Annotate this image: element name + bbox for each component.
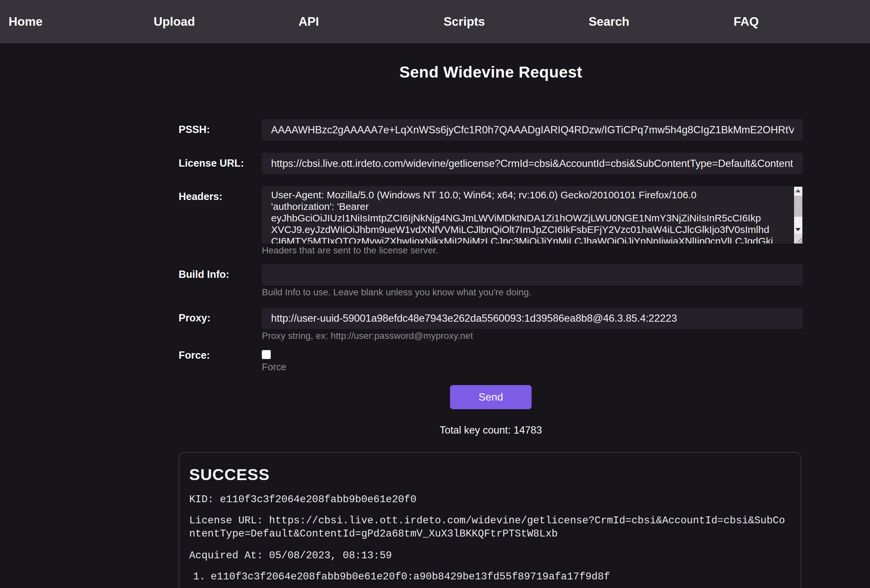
send-row: Send xyxy=(179,385,803,409)
nav-item-faq[interactable]: FAQ xyxy=(725,15,870,29)
build-info-input[interactable] xyxy=(262,264,803,285)
pssh-input[interactable] xyxy=(262,119,803,141)
scrollbar-up-icon[interactable] xyxy=(796,189,801,192)
pssh-row: PSSH: xyxy=(179,119,803,141)
widevine-request-form: PSSH: License URL: Headers: User-Agent: … xyxy=(179,119,803,409)
build-info-label: Build Info: xyxy=(179,264,262,279)
force-label: Force: xyxy=(179,350,262,360)
build-info-row: Build Info: Build Info to use. Leave bla… xyxy=(179,264,803,297)
license-url-input[interactable] xyxy=(262,153,803,174)
total-key-count: Total key count: 14783 xyxy=(179,424,803,436)
page-title: Send Widevine Request xyxy=(179,63,803,82)
nav-item-search[interactable]: Search xyxy=(580,15,725,29)
result-key-item: 1. e110f3c3f2064e208fabb9b0e61e20f0:a90b… xyxy=(193,570,790,584)
force-checkbox[interactable] xyxy=(262,350,271,359)
resize-grip-icon[interactable] xyxy=(794,234,802,244)
result-kid-line: KID: e110f3c3f2064e208fabb9b0e61e20f0 xyxy=(189,493,790,506)
proxy-row: Proxy: Proxy string, ex: http://user:pas… xyxy=(179,307,803,341)
nav-item-scripts[interactable]: Scripts xyxy=(435,15,580,29)
scrollbar-thumb[interactable] xyxy=(794,196,802,217)
pssh-label: PSSH: xyxy=(179,119,262,135)
headers-row: Headers: User-Agent: Mozilla/5.0 (Window… xyxy=(179,186,803,255)
proxy-help-text: Proxy string, ex: http://user:password@m… xyxy=(262,331,803,341)
license-url-label: License URL: xyxy=(179,153,262,168)
nav-bar: Home Upload API Scripts Search FAQ xyxy=(0,0,870,43)
result-status-heading: SUCCESS xyxy=(189,465,790,484)
headers-scrollbar[interactable] xyxy=(794,187,802,234)
result-license-url-line: License URL: https://cbsi.live.ott.irdet… xyxy=(189,514,790,540)
headers-help-text: Headers that are sent to the license ser… xyxy=(262,245,803,255)
nav-item-home[interactable]: Home xyxy=(0,15,145,29)
nav-item-api[interactable]: API xyxy=(290,15,435,29)
scrollbar-down-icon[interactable] xyxy=(796,228,801,231)
main-content: Send Widevine Request PSSH: License URL:… xyxy=(179,63,803,588)
license-url-row: License URL: xyxy=(179,153,803,174)
force-checkbox-label: Force xyxy=(262,362,803,373)
send-button[interactable]: Send xyxy=(450,385,532,409)
proxy-label: Proxy: xyxy=(179,307,262,323)
result-acquired-at-line: Acquired At: 05/08/2023, 08:13:59 xyxy=(189,549,790,562)
proxy-input[interactable] xyxy=(262,307,803,329)
result-key-value: e110f3c3f2064e208fabb9b0e61e20f0:a90b842… xyxy=(211,570,610,584)
headers-textarea[interactable]: User-Agent: Mozilla/5.0 (Windows NT 10.0… xyxy=(262,186,803,244)
result-panel: SUCCESS KID: e110f3c3f2064e208fabb9b0e61… xyxy=(179,452,801,588)
result-key-list: 1. e110f3c3f2064e208fabb9b0e61e20f0:a90b… xyxy=(189,570,790,584)
build-info-help-text: Build Info to use. Leave blank unless yo… xyxy=(262,287,803,297)
nav-item-upload[interactable]: Upload xyxy=(145,15,290,29)
headers-label: Headers: xyxy=(179,186,262,202)
headers-textarea-content[interactable]: User-Agent: Mozilla/5.0 (Windows NT 10.0… xyxy=(262,186,803,244)
result-key-index: 1. xyxy=(193,570,206,584)
force-row: Force: Force xyxy=(179,350,803,373)
